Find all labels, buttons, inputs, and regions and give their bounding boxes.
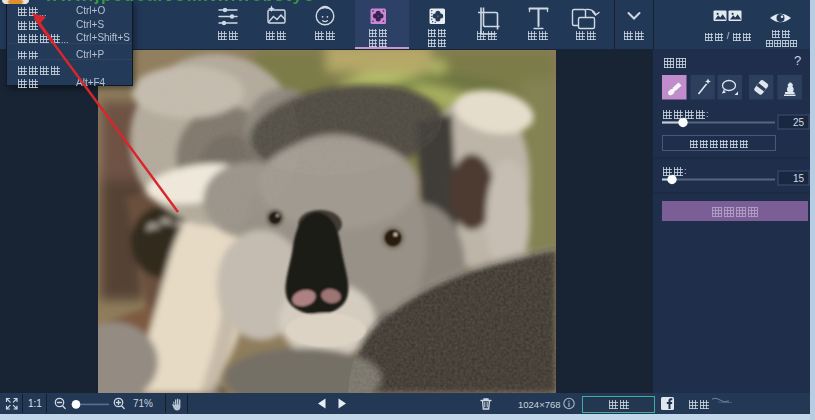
svg-text:15: 15 — [793, 173, 805, 184]
svg-text:25: 25 — [793, 117, 805, 128]
